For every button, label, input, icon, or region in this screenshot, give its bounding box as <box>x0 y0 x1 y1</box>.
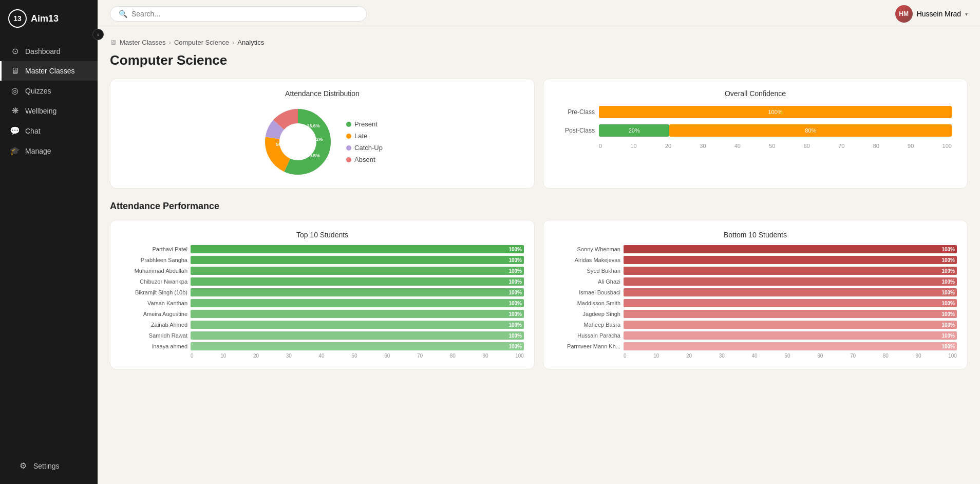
catchup-dot <box>346 145 351 151</box>
bar-track: 100% <box>624 321 957 329</box>
sidebar-item-quizzes[interactable]: ◎ Quizzes <box>0 81 98 101</box>
donut-container: 13.6% 9.1% 20.5% 56.8% Present <box>121 106 524 178</box>
charts-row: Attendance Distribution <box>110 79 968 189</box>
dashboard-icon: ⊙ <box>10 46 20 56</box>
table-row: Maddisson Smith 100% <box>554 299 957 307</box>
bar-track: 100% <box>624 245 957 253</box>
pre-class-bar-wrap: 100% <box>599 106 952 118</box>
sidebar-item-dashboard[interactable]: ⊙ Dashboard <box>0 41 98 61</box>
settings-icon: ⚙ <box>18 461 28 471</box>
sidebar-item-chat[interactable]: 💬 Chat <box>0 121 98 141</box>
sidebar-item-label: Manage <box>25 147 51 155</box>
top10-axis: 0 10 20 30 40 50 60 70 80 90 100 <box>121 353 524 359</box>
attendance-performance-title: Attendance Performance <box>110 201 968 212</box>
student-name: Jagdeep Singh <box>554 311 620 317</box>
table-row: Ismael Bousbaci 100% <box>554 288 957 296</box>
bar-track: 100% <box>624 342 957 350</box>
search-input[interactable] <box>131 10 358 18</box>
student-name: Ismael Bousbaci <box>554 289 620 295</box>
student-name: Bikramjit Singh (10b) <box>121 289 187 295</box>
sidebar-collapse-button[interactable]: ‹ <box>92 29 104 40</box>
bar-fill: 100% <box>191 342 524 350</box>
breadcrumb-icon: 🖥 <box>110 39 117 46</box>
late-dot <box>346 134 351 139</box>
bar-fill: 100% <box>191 277 524 286</box>
bar-track: 100% <box>191 299 524 307</box>
wellbeing-icon: ❋ <box>10 106 20 116</box>
student-name: Zainab Ahmed <box>121 322 187 328</box>
breadcrumb-sep1: › <box>169 39 171 46</box>
sidebar-item-label: Chat <box>25 127 41 135</box>
sidebar-item-master-classes[interactable]: 🖥 Master Classes <box>0 61 98 81</box>
table-row: Prabhleen Sangha 100% <box>121 256 524 264</box>
legend-absent: Absent <box>346 156 383 163</box>
breadcrumb-master-classes[interactable]: Master Classes <box>120 39 166 46</box>
bar-track: 100% <box>624 267 957 275</box>
bar-fill: 100% <box>191 288 524 296</box>
post-class-row: Post-Class 20% 80% <box>559 124 952 137</box>
bar-track: 100% <box>191 321 524 329</box>
post-class-label: Post-Class <box>559 127 595 134</box>
table-row: Bikramjit Singh (10b) 100% <box>121 288 524 296</box>
bar-fill: 100% <box>191 321 524 329</box>
confidence-axis: 0 10 20 30 40 50 60 70 80 90 100 <box>559 143 952 149</box>
post-class-green-bar: 20% <box>599 124 669 137</box>
student-name: Sonny Whenman <box>554 246 620 252</box>
catchup-label: Catch-Up <box>354 144 383 152</box>
bar-fill: 100% <box>191 267 524 275</box>
student-name: Prabhleen Sangha <box>121 257 187 263</box>
sidebar-item-label: Settings <box>33 462 60 470</box>
attendance-distribution-card: Attendance Distribution <box>110 79 535 189</box>
bar-fill: 100% <box>191 310 524 318</box>
legend-present: Present <box>346 120 383 128</box>
bar-fill: 100% <box>624 331 957 340</box>
sidebar-item-label: Master Classes <box>25 67 74 75</box>
overall-confidence-title: Overall Confidence <box>554 89 957 98</box>
table-row: Sonny Whenman 100% <box>554 245 957 253</box>
user-name: Hussein Mrad <box>917 10 961 18</box>
bar-fill: 100% <box>191 245 524 253</box>
bar-fill: 100% <box>624 310 957 318</box>
svg-text:56.8%: 56.8% <box>276 142 289 147</box>
post-class-orange-bar: 80% <box>669 124 952 137</box>
legend: Present Late Catch-Up Absent <box>346 120 383 163</box>
manage-icon: 🎓 <box>10 146 20 156</box>
logo-circle: 13 <box>8 9 27 28</box>
attendance-distribution-title: Attendance Distribution <box>121 89 524 98</box>
bar-track: 100% <box>191 256 524 264</box>
sidebar-item-manage[interactable]: 🎓 Manage <box>0 141 98 161</box>
bottom10-axis: 0 10 20 30 40 50 60 70 80 90 100 <box>554 353 957 359</box>
table-row: Parthavi Patel 100% <box>121 245 524 253</box>
table-row: Jagdeep Singh 100% <box>554 310 957 318</box>
bar-fill: 100% <box>624 321 957 329</box>
top10-chart: Top 10 Students Parthavi Patel 100% Prab… <box>121 231 524 359</box>
student-name: inaaya ahmed <box>121 343 187 349</box>
bar-fill: 100% <box>624 299 957 307</box>
user-info[interactable]: HM Hussein Mrad ▾ <box>895 5 968 23</box>
pre-class-label: Pre-Class <box>559 108 595 116</box>
search-bar[interactable]: 🔍 <box>110 6 367 22</box>
donut-svg: 13.6% 9.1% 20.5% 56.8% <box>262 106 334 178</box>
student-name: Muhammad Abdullah <box>121 268 187 274</box>
student-name: Ameira Augustine <box>121 311 187 317</box>
chat-icon: 💬 <box>10 126 20 136</box>
student-name: Hussain Paracha <box>554 332 620 339</box>
main-area: 🔍 HM Hussein Mrad ▾ 🖥 Master Classes › C… <box>98 0 980 484</box>
bar-track: 100% <box>191 277 524 286</box>
attendance-performance-section: Attendance Performance Top 10 Students P… <box>110 201 968 369</box>
donut-chart: 13.6% 9.1% 20.5% 56.8% <box>262 106 334 178</box>
bar-track: 100% <box>191 267 524 275</box>
top10-bars: Parthavi Patel 100% Prabhleen Sangha 100… <box>121 245 524 350</box>
chevron-down-icon: ▾ <box>965 11 968 17</box>
page-title: Computer Science <box>110 52 968 68</box>
bar-track: 100% <box>624 299 957 307</box>
breadcrumb-sep2: › <box>232 39 234 46</box>
confidence-chart: Pre-Class 100% Post-Class <box>554 106 957 149</box>
quizzes-icon: ◎ <box>10 86 20 96</box>
sidebar-item-wellbeing[interactable]: ❋ Wellbeing <box>0 101 98 121</box>
post-class-bar-wrap: 20% 80% <box>599 124 952 137</box>
breadcrumb-computer-science[interactable]: Computer Science <box>174 39 229 46</box>
table-row: inaaya ahmed 100% <box>121 342 524 350</box>
sidebar-item-settings[interactable]: ⚙ Settings <box>8 456 89 476</box>
bottom10-card: Bottom 10 Students Sonny Whenman 100% Ai… <box>543 220 968 369</box>
